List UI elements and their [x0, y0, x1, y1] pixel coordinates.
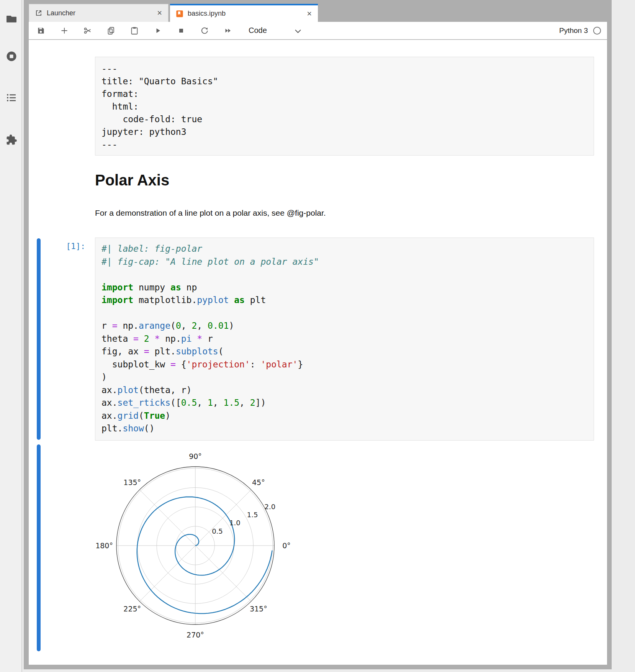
svg-text:0.5: 0.5 — [212, 527, 223, 535]
tab-launcher[interactable]: Launcher × — [29, 4, 169, 22]
run-icon[interactable] — [153, 26, 162, 35]
svg-text:2.0: 2.0 — [264, 503, 275, 511]
svg-text:315°: 315° — [250, 605, 267, 613]
svg-text:270°: 270° — [187, 631, 204, 639]
markdown-paragraph: For a demonstration of a line plot on a … — [95, 208, 326, 218]
tab-basics-ipynb[interactable]: basics.ipynb × — [170, 4, 318, 22]
tab-label: basics.ipynb — [188, 10, 305, 18]
chevron-down-icon — [295, 28, 301, 33]
code-cell-editor[interactable]: #| label: fig-polar#| fig-cap: "A line p… — [95, 238, 594, 441]
main-panel: Launcher × basics.ipynb × — [24, 0, 612, 669]
cut-icon[interactable] — [83, 26, 92, 35]
kernel-name: Python 3 — [559, 26, 588, 35]
svg-text:135°: 135° — [123, 478, 141, 487]
puzzle-icon[interactable] — [6, 134, 17, 146]
kernel-indicator[interactable]: Python 3 — [559, 26, 602, 35]
cell-type-value: Code — [249, 26, 267, 35]
svg-text:90°: 90° — [189, 452, 202, 461]
list-icon[interactable] — [6, 92, 17, 103]
input-collapser[interactable] — [37, 238, 41, 440]
left-activity-sidebar — [0, 0, 22, 672]
launcher-icon — [34, 9, 43, 17]
save-icon[interactable] — [36, 26, 46, 35]
kernel-status-icon — [592, 26, 602, 35]
close-icon[interactable]: × — [155, 8, 164, 18]
svg-text:0°: 0° — [282, 541, 291, 550]
markdown-heading: Polar Axis — [95, 172, 169, 189]
svg-text:225°: 225° — [123, 605, 141, 613]
tab-label: Launcher — [47, 9, 155, 17]
stop-circle-icon[interactable] — [6, 51, 17, 62]
jupyterlab-screenshot: ⚙ ⚙ Launcher × — [0, 0, 635, 672]
svg-text:1.5: 1.5 — [247, 511, 258, 519]
fast-forward-icon[interactable] — [223, 26, 232, 35]
notebook-content: ---title: "Quarto Basics"format: html: c… — [29, 40, 607, 665]
stop-icon[interactable] — [177, 26, 186, 35]
polar-plot-output: 0°45°90°135°180°225°270°315°0.51.01.52.0 — [96, 444, 295, 651]
execution-count: [1]: — [29, 242, 85, 251]
polar-plot: 0°45°90°135°180°225°270°315°0.51.01.52.0 — [96, 444, 295, 651]
raw-yaml-cell[interactable]: ---title: "Quarto Basics"format: html: c… — [95, 57, 594, 156]
close-icon[interactable]: × — [305, 9, 313, 19]
svg-text:180°: 180° — [96, 541, 113, 550]
tab-bar: Launcher × basics.ipynb × — [29, 4, 607, 22]
notebook-icon — [175, 10, 184, 18]
svg-text:45°: 45° — [252, 478, 265, 487]
notebook-toolbar: Code Python 3 — [29, 22, 607, 39]
copy-icon[interactable] — [106, 26, 116, 35]
folder-icon[interactable] — [6, 13, 17, 25]
add-cell-icon[interactable] — [60, 26, 69, 35]
restart-kernel-icon[interactable] — [200, 26, 209, 35]
cell-type-dropdown[interactable]: Code — [249, 26, 301, 35]
paste-icon[interactable] — [130, 26, 139, 35]
svg-text:1.0: 1.0 — [229, 519, 241, 527]
output-collapser[interactable] — [37, 444, 41, 651]
